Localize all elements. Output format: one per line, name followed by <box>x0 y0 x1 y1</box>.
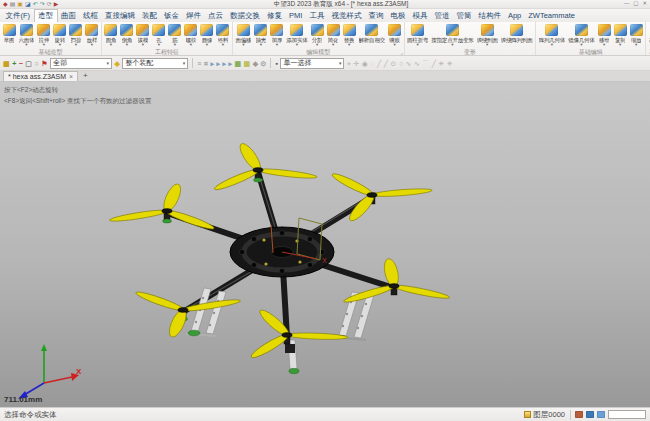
ribbon-item-1-0[interactable]: 圆角▾ <box>103 23 119 48</box>
toolbar-mid-icon-3[interactable]: ▸ <box>216 60 220 67</box>
close-button[interactable]: ✕ <box>642 1 647 7</box>
status-display-icon-2[interactable] <box>597 411 605 418</box>
menu-item-7[interactable]: 焊件 <box>183 10 205 22</box>
toolbar-gray-icon-4[interactable]: ╱ <box>377 60 381 67</box>
ribbon-item-0-3[interactable]: 旋转▾ <box>52 23 68 48</box>
menu-item-18[interactable]: 管筒 <box>453 10 475 22</box>
ribbon-item-4-2[interactable]: 移动▾ <box>596 23 612 48</box>
ribbon-item-2-2[interactable]: 加厚▾ <box>269 23 285 48</box>
ribbon-item-1-7[interactable]: 坯料▾ <box>215 23 231 48</box>
toolbar-icon-1[interactable]: + <box>12 60 16 67</box>
layer-selector[interactable]: 图层0000 <box>524 410 565 420</box>
toolbar-gray-icon-0[interactable]: ⌖ <box>347 60 351 67</box>
menu-item-20[interactable]: App <box>504 10 524 21</box>
toolbar-mid-icon-6[interactable]: ▦ <box>234 60 241 67</box>
menu-item-1[interactable]: 造型 <box>34 9 58 22</box>
ribbon-item-4-3[interactable]: 复制▾ <box>612 23 628 48</box>
toolbar-gray-icon-1[interactable]: ✛ <box>353 60 359 67</box>
menu-item-4[interactable]: 直接编辑 <box>102 10 139 22</box>
menu-item-12[interactable]: 工具 <box>306 10 328 22</box>
ribbon-item-3-2[interactable]: 缠绕到面▾ <box>475 23 499 48</box>
menu-item-8[interactable]: 点云 <box>205 10 227 22</box>
quick-access-icon-2[interactable]: ▣ <box>17 1 23 7</box>
toolbar-mid-icon-9[interactable]: ⊙ <box>261 60 267 67</box>
toolbar-mid-icon-4[interactable]: ▸ <box>222 60 226 67</box>
menu-item-14[interactable]: 查询 <box>365 10 387 22</box>
toolbar-gray-icon-13[interactable]: ✳ <box>447 60 453 67</box>
toolbar-mid-icon-7[interactable]: ▦ <box>244 60 251 67</box>
toolbar-gray-icon-2[interactable]: ◉ <box>362 60 368 67</box>
toolbar-gray-icon-7[interactable]: ○ <box>399 60 403 67</box>
ribbon-item-2-1[interactable]: 抽壳▾ <box>253 23 269 48</box>
toolbar-gray-icon-5[interactable]: ╱ <box>384 60 388 67</box>
ribbon-item-1-6[interactable]: 唇缘▾ <box>199 23 215 48</box>
filter-combo[interactable]: 全部▾ <box>50 58 112 69</box>
ribbon-item-2-4[interactable]: 分割▾ <box>309 23 325 48</box>
quick-access-icon-1[interactable]: ▤ <box>10 1 16 7</box>
ribbon-item-1-2[interactable]: 拔模▾ <box>135 23 151 48</box>
ribbon-item-0-5[interactable]: 放样▾ <box>84 23 100 48</box>
quick-access-icon-5[interactable]: ↷ <box>40 1 45 7</box>
ribbon-item-2-7[interactable]: 解析自相交 <box>357 23 387 43</box>
ribbon-item-0-1[interactable]: 六面体▾ <box>17 23 36 48</box>
ribbon-item-3-1[interactable]: 按指定点开放变形▾ <box>430 23 475 48</box>
ribbon-item-4-1[interactable]: 镜像几何体▾ <box>567 23 597 48</box>
scope-combo[interactable]: 整个装配▾ <box>122 58 188 69</box>
menu-item-15[interactable]: 电极 <box>387 10 409 22</box>
menu-item-3[interactable]: 线框 <box>80 10 102 22</box>
toolbar-gray-icon-8[interactable]: ∿ <box>406 60 412 67</box>
ribbon-item-2-5[interactable]: 简化▾ <box>325 23 341 48</box>
tab-close-icon[interactable]: × <box>69 73 73 80</box>
selection-mode-icon[interactable]: ▪ <box>275 60 277 67</box>
status-input[interactable] <box>608 410 646 419</box>
menu-item-2[interactable]: 曲面 <box>58 10 80 22</box>
quick-access-icon-4[interactable]: ↶ <box>33 1 38 7</box>
ribbon-item-1-3[interactable]: 孔▾ <box>151 23 167 48</box>
menu-item-16[interactable]: 模具 <box>409 10 431 22</box>
toolbar-mid-icon-8[interactable]: ◈ <box>253 60 258 67</box>
menu-item-9[interactable]: 数据交换 <box>227 10 264 22</box>
ribbon-item-0-0[interactable]: 草图 <box>1 23 17 43</box>
menu-item-21[interactable]: ZWTeammate <box>525 10 579 21</box>
ribbon-item-2-6[interactable]: 替换▾ <box>341 23 357 48</box>
ribbon-item-1-4[interactable]: 筋▾ <box>167 23 183 48</box>
menu-item-5[interactable]: 装配 <box>139 10 161 22</box>
menu-item-11[interactable]: PMI <box>286 10 306 21</box>
menu-item-17[interactable]: 管道 <box>431 10 453 22</box>
document-tab[interactable]: * hexa ass.Z3ASM × <box>3 71 78 81</box>
ribbon-item-2-3[interactable]: 添加实体▾ <box>285 23 309 48</box>
toolbar-icon-5[interactable]: ⚑ <box>41 60 47 67</box>
menu-item-6[interactable]: 钣金 <box>161 10 183 22</box>
toolbar-mid-icon-1[interactable]: ⌗ <box>204 60 208 67</box>
status-display-icon-0[interactable] <box>575 411 583 418</box>
menu-item-0[interactable]: 文件(F) <box>2 10 34 22</box>
toolbar-icon-0[interactable]: ▦ <box>3 60 10 67</box>
ribbon-item-1-1[interactable]: 倒角▾ <box>119 23 135 48</box>
ribbon-item-3-3[interactable]: 缠绕阵列到面 <box>499 23 534 43</box>
selection-mode-combo[interactable]: 单一选择▾ <box>280 58 344 69</box>
menu-item-13[interactable]: 视觉样式 <box>328 10 365 22</box>
ribbon-item-2-8[interactable]: 镶嵌▾ <box>387 23 403 48</box>
toolbar-gray-icon-6[interactable]: ⊙ <box>391 60 397 67</box>
toolbar-icon-2[interactable]: − <box>19 60 23 67</box>
quick-access-icon-0[interactable]: ◆ <box>3 1 8 7</box>
toolbar-gray-icon-10[interactable]: ⌒ <box>422 60 429 67</box>
toolbar-gray-icon-3[interactable]: ◌ <box>370 60 374 67</box>
ribbon-item-0-4[interactable]: 扫掠▾ <box>68 23 84 48</box>
ribbon-item-1-5[interactable]: 螺纹▾ <box>183 23 199 48</box>
toolbar-mid-icon-0[interactable]: ≡ <box>197 60 201 67</box>
toolbar-icon-3[interactable]: ▢ <box>25 60 32 67</box>
ribbon-item-2-0[interactable]: 面偏移▾ <box>234 23 253 48</box>
toolbar-gray-icon-11[interactable]: ╱ <box>432 60 436 67</box>
ribbon-item-4-4[interactable]: 缩放▾ <box>628 23 644 48</box>
scope-icon[interactable]: ◆ <box>114 60 119 67</box>
toolbar-gray-icon-12[interactable]: ✳ <box>439 60 445 67</box>
status-display-icon-1[interactable] <box>586 411 594 418</box>
toolbar-icon-4[interactable]: ○ <box>34 60 38 67</box>
menu-item-10[interactable]: 修复 <box>264 10 286 22</box>
ribbon-item-0-2[interactable]: 拉伸▾ <box>36 23 52 48</box>
quick-access-icon-6[interactable]: ⟳ <box>47 1 52 7</box>
new-tab-button[interactable]: + <box>83 72 88 80</box>
maximize-button[interactable]: ▢ <box>633 1 638 7</box>
minimize-button[interactable]: — <box>624 1 630 7</box>
